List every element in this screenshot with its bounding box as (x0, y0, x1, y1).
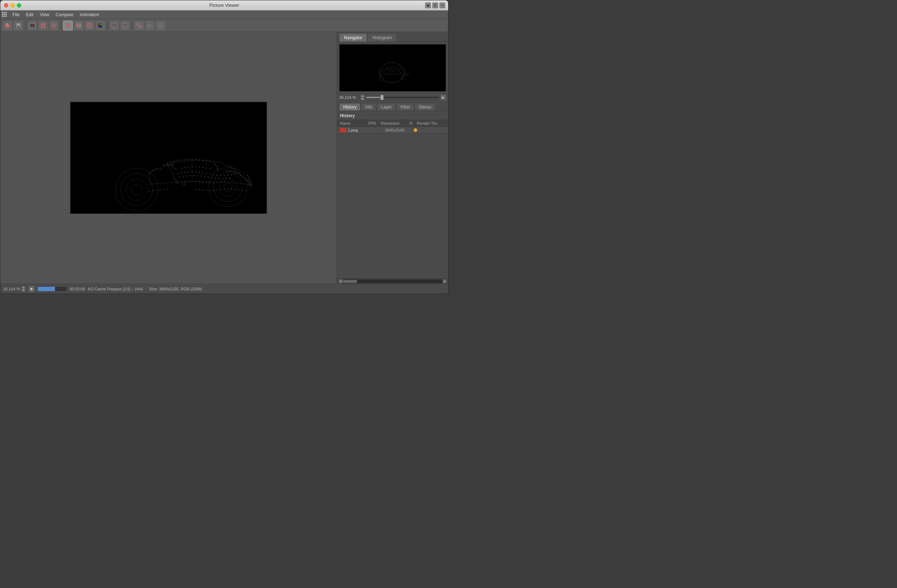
scroll-left-button[interactable]: ◀ (338, 279, 343, 284)
svg-rect-8 (41, 23, 43, 25)
menu-animation[interactable]: Animation (77, 12, 102, 18)
zoom-up-button[interactable]: ▲ (360, 95, 365, 97)
tab-info[interactable]: Info (361, 103, 376, 111)
svg-point-73 (159, 170, 160, 170)
svg-point-61 (181, 159, 182, 160)
render-region-button[interactable] (84, 20, 95, 31)
svg-point-192 (397, 67, 398, 68)
svg-point-58 (249, 184, 250, 185)
svg-rect-3 (17, 23, 19, 25)
menu-view[interactable]: View (37, 12, 52, 18)
scroll-right-button[interactable]: ▶ (442, 279, 447, 284)
svg-point-181 (238, 189, 239, 190)
svg-point-107 (190, 175, 191, 176)
svg-point-214 (395, 74, 396, 74)
zoom-1-1-button[interactable]: 1:1 (145, 20, 155, 31)
open-button[interactable] (3, 20, 12, 31)
svg-text:B: B (124, 24, 126, 28)
zoom-down-button[interactable]: ▼ (360, 97, 365, 100)
svg-text:A: A (113, 24, 115, 28)
status-zoom-stepper[interactable]: ▲ ▼ (21, 286, 26, 292)
compare-b-button[interactable]: B (120, 20, 130, 31)
layout-button[interactable]: ⊞ (432, 3, 438, 8)
window-controls: ▣ ⊞ ✛ (425, 3, 445, 8)
svg-rect-16 (77, 23, 78, 28)
menu-compare[interactable]: Compare (53, 12, 76, 18)
tab-histogram[interactable]: Histogram (367, 34, 397, 42)
svg-point-173 (210, 190, 210, 191)
svg-point-101 (231, 175, 232, 175)
svg-point-51 (231, 171, 232, 172)
svg-point-99 (224, 175, 225, 176)
zoom-slider-track[interactable] (366, 97, 439, 98)
animation-button[interactable] (27, 20, 37, 31)
view-button[interactable] (49, 20, 59, 31)
menu-bar: File Edit View Compare Animation (0, 11, 448, 19)
menu-edit[interactable]: Edit (23, 12, 36, 18)
zoom-slider-thumb[interactable] (381, 95, 383, 100)
status-time: 00:02:08 (69, 287, 85, 291)
save-button[interactable] (13, 20, 23, 31)
svg-point-208 (404, 73, 405, 74)
svg-point-117 (226, 178, 227, 179)
navigator-preview[interactable] (339, 44, 446, 91)
svg-rect-186 (340, 44, 445, 91)
svg-point-54 (226, 170, 227, 171)
panel-toggle-button[interactable]: ▣ (425, 3, 431, 8)
tab-filter[interactable]: Filter (396, 103, 414, 111)
svg-point-217 (406, 75, 407, 75)
compare-a-button[interactable]: A (109, 20, 119, 31)
status-zoom-up[interactable]: ▲ (21, 286, 26, 289)
svg-marker-220 (31, 288, 33, 290)
svg-point-81 (151, 172, 151, 172)
split-view-button[interactable] (73, 20, 84, 31)
svg-point-116 (222, 178, 223, 179)
history-item-r (414, 128, 421, 132)
play-button[interactable] (28, 286, 35, 292)
svg-point-89 (188, 172, 189, 173)
zoom-fit-right-button[interactable]: ▶ (440, 95, 446, 100)
grid-view-button[interactable] (38, 20, 48, 31)
svg-point-204 (390, 72, 390, 72)
zoom-stepper[interactable]: ▲ ▼ (360, 95, 365, 100)
display-mode-button[interactable] (63, 20, 73, 31)
status-zoom: 26.214 % ▲ ▼ (3, 286, 26, 292)
panel-scrollbar[interactable]: ◀ ▶ (337, 279, 448, 283)
status-zoom-down[interactable]: ▼ (21, 289, 26, 292)
svg-rect-19 (89, 24, 90, 27)
svg-point-154 (181, 168, 182, 168)
svg-point-163 (149, 191, 150, 191)
svg-point-62 (185, 159, 185, 160)
maximize-button[interactable] (17, 3, 21, 8)
svg-point-194 (381, 71, 382, 72)
channels-button[interactable] (95, 20, 105, 31)
close-button[interactable] (4, 3, 8, 8)
right-panel: Navigator Histogram (337, 32, 448, 283)
history-row[interactable]: 1.png 3840x2160 (337, 127, 448, 134)
tab-layer[interactable]: Layer (377, 103, 396, 111)
drag-button[interactable]: ✛ (439, 3, 445, 8)
menu-file[interactable]: File (10, 12, 22, 18)
svg-point-161 (206, 168, 207, 168)
svg-rect-36 (71, 102, 266, 213)
zoom-fit-button[interactable] (134, 20, 144, 31)
svg-point-49 (235, 172, 236, 173)
svg-point-152 (217, 168, 217, 168)
tab-stereo[interactable]: Stereo (415, 103, 435, 111)
app-icon (2, 12, 8, 18)
tab-history[interactable]: History (339, 103, 360, 111)
svg-point-198 (395, 69, 396, 70)
main-content: Navigator Histogram (0, 32, 448, 283)
minimize-button[interactable] (11, 3, 15, 8)
svg-point-60 (178, 160, 178, 161)
canvas-area[interactable] (0, 32, 337, 283)
svg-point-74 (161, 168, 162, 168)
tab-navigator[interactable]: Navigator (339, 34, 367, 42)
scrollbar-thumb[interactable] (343, 280, 357, 283)
zoom-region-button[interactable] (156, 20, 166, 31)
scrollbar-track[interactable] (343, 280, 442, 283)
svg-point-53 (228, 171, 228, 172)
svg-point-167 (163, 189, 164, 190)
svg-point-153 (217, 170, 218, 170)
svg-rect-0 (5, 24, 9, 27)
